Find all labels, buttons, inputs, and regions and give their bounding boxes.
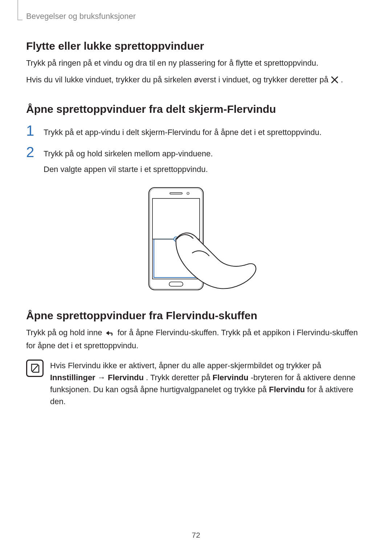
text-bold: Flervindu (108, 373, 144, 382)
text-bold: Flervindu (269, 385, 305, 394)
paragraph: Trykk på ringen på et vindu og dra til e… (26, 57, 366, 69)
x-icon (331, 75, 339, 87)
back-hold-icon (105, 328, 115, 340)
running-header: Bevegelser og bruksfunksjoner (26, 12, 366, 21)
step-number: 2 (26, 145, 36, 175)
step-text: Trykk på og hold sirkelen mellom app-vin… (44, 148, 213, 160)
text-fragment: Trykk på og hold inne (26, 328, 105, 337)
text-fragment: Hvis du vil lukke vinduet, trykker du på… (26, 75, 331, 84)
page-number: 72 (0, 531, 392, 539)
paragraph: Hvis du vil lukke vinduet, trykker du på… (26, 74, 366, 87)
text-fragment: . (341, 75, 343, 84)
text-fragment: → (98, 373, 108, 382)
step-number: 1 (26, 123, 36, 138)
heading-open-split: Åpne sprettoppvinduer fra delt skjerm-Fl… (26, 103, 366, 115)
step-text: Trykk på et app-vindu i delt skjerm-Fler… (44, 123, 322, 138)
text-fragment: . Trykk deretter på (146, 373, 212, 382)
note-icon (26, 360, 44, 377)
step-subtext: Den valgte appen vil starte i et spretto… (44, 163, 213, 175)
note-text: Hvis Flervindu ikke er aktivert, åpner d… (50, 360, 366, 407)
heading-move-close: Flytte eller lukke sprettoppvinduer (26, 40, 366, 52)
paragraph: Trykk på og hold inne for å åpne Flervin… (26, 327, 366, 352)
text-fragment: Hvis Flervindu ikke er aktivert, åpner d… (50, 361, 321, 370)
illustration-phone-touch (127, 185, 265, 294)
text-bold: Innstillinger (50, 373, 95, 382)
step-item: 2 Trykk på og hold sirkelen mellom app-v… (26, 145, 366, 175)
page-crop-mark (17, 0, 18, 20)
text-bold: Flervindu (212, 373, 248, 382)
heading-open-tray: Åpne sprettoppvinduer fra Flervindu-skuf… (26, 309, 366, 322)
note-block: Hvis Flervindu ikke er aktivert, åpner d… (26, 360, 366, 407)
step-item: 1 Trykk på et app-vindu i delt skjerm-Fl… (26, 123, 366, 138)
